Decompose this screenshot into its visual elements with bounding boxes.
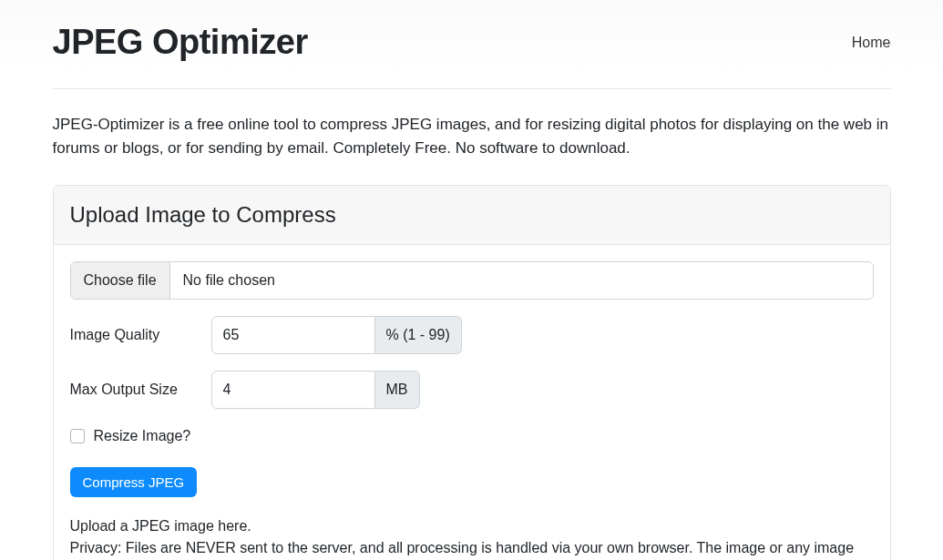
intro-text: JPEG-Optimizer is a free online tool to … bbox=[53, 113, 891, 161]
resize-image-checkbox[interactable] bbox=[70, 429, 85, 443]
image-quality-label: Image Quality bbox=[70, 324, 211, 346]
upload-hint-text: Upload a JPEG image here. bbox=[70, 515, 874, 538]
site-header: JPEG Optimizer Home bbox=[53, 0, 891, 89]
card-body: Choose file No file chosen Image Quality… bbox=[54, 245, 890, 560]
image-quality-unit: % (1 - 99) bbox=[375, 316, 462, 354]
max-output-label: Max Output Size bbox=[70, 379, 211, 401]
max-output-input-group: MB bbox=[211, 371, 420, 409]
max-output-input[interactable] bbox=[211, 371, 375, 409]
image-quality-input-group: % (1 - 99) bbox=[211, 316, 462, 354]
max-output-unit: MB bbox=[375, 371, 420, 409]
card-title: Upload Image to Compress bbox=[54, 186, 890, 245]
file-input-group[interactable]: Choose file No file chosen bbox=[70, 261, 874, 300]
resize-image-label: Resize Image? bbox=[94, 425, 191, 447]
brand-title: JPEG Optimizer bbox=[53, 16, 308, 68]
image-quality-input[interactable] bbox=[211, 316, 375, 354]
nav-home-link[interactable]: Home bbox=[852, 32, 891, 54]
choose-file-button[interactable]: Choose file bbox=[71, 262, 170, 299]
privacy-text: Privacy: Files are NEVER sent to the ser… bbox=[70, 537, 874, 560]
compress-button[interactable]: Compress JPEG bbox=[70, 467, 198, 497]
file-chosen-status: No file chosen bbox=[170, 262, 288, 299]
upload-card: Upload Image to Compress Choose file No … bbox=[53, 185, 891, 560]
resize-image-row: Resize Image? bbox=[70, 425, 874, 447]
image-quality-row: Image Quality % (1 - 99) bbox=[70, 316, 874, 354]
help-text-block: Upload a JPEG image here. Privacy: Files… bbox=[70, 515, 874, 560]
max-output-row: Max Output Size MB bbox=[70, 371, 874, 409]
